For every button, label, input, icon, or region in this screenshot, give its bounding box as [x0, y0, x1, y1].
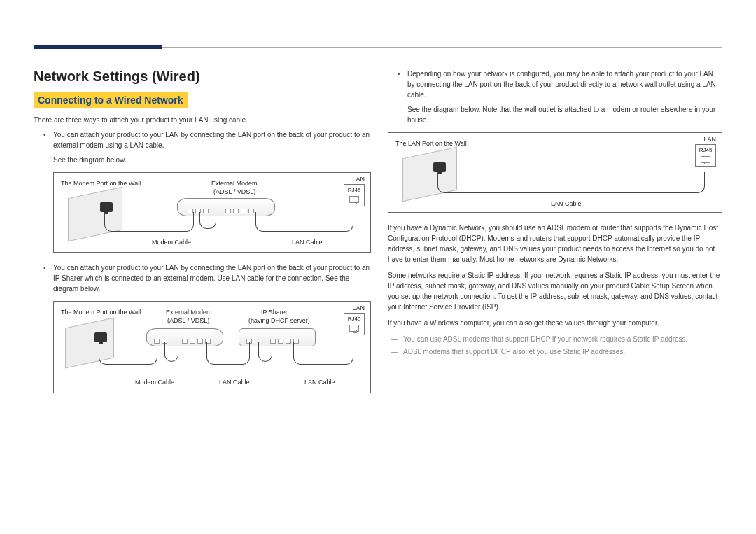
rj45-jack-icon — [701, 156, 710, 163]
method-list-2: You can attach your product to your LAN … — [34, 262, 371, 294]
d1-cable-right: LAN Cable — [292, 239, 323, 246]
d2-modem-label1: External Modem — [166, 309, 212, 316]
windows-para: If you have a Windows computer, you can … — [388, 318, 722, 328]
method-item-1: You can attach your product to your LAN … — [34, 129, 371, 150]
d3-cable: LAN Cable — [551, 200, 582, 207]
d3-lan-label: LAN — [704, 136, 716, 143]
wall-port-icon — [100, 202, 113, 212]
d1-modem-label1: External Modem — [211, 180, 258, 187]
cable-icon — [438, 172, 705, 193]
cable-icon — [99, 342, 158, 365]
d2-lan-label: LAN — [352, 304, 365, 311]
d1-rj45-label: RJ45 — [344, 187, 364, 194]
wall-port-icon — [94, 332, 107, 342]
left-column: Network Settings (Wired) Connecting to a… — [34, 69, 371, 403]
rj45-jack-icon — [349, 325, 359, 332]
d1-lan-label: LAN — [352, 176, 365, 183]
cable-icon — [258, 342, 272, 362]
lan-device-icon: RJ45 — [695, 144, 716, 167]
note-1: You can use ADSL modems that support DHC… — [388, 334, 722, 345]
static-ip-para: Some networks require a Static IP addres… — [388, 270, 722, 312]
method-1-sub: See the diagram below. — [34, 155, 371, 165]
rj45-jack-icon — [349, 196, 359, 203]
content-columns: Network Settings (Wired) Connecting to a… — [34, 0, 722, 403]
header-accent — [34, 45, 162, 49]
d2-cable-mid: LAN Cable — [219, 379, 250, 386]
method-3-sub: See the diagram below. Note that the wal… — [388, 104, 722, 125]
header-rule — [162, 47, 722, 48]
diagram-modem-direct: The Modem Port on the Wall External Mode… — [53, 172, 371, 253]
d2-rj45-label: RJ45 — [344, 316, 364, 323]
d3-rj45-label: RJ45 — [696, 147, 715, 154]
cable-icon — [200, 212, 216, 229]
method-2-text: You can attach your product to your LAN … — [53, 264, 370, 293]
method-1-text: You can attach your product to your LAN … — [53, 131, 370, 149]
lan-device-icon: RJ45 — [344, 184, 365, 206]
intro-text: There are three ways to attach your prod… — [34, 115, 371, 125]
page-title: Network Settings (Wired) — [34, 69, 371, 85]
wall-port-icon — [433, 162, 446, 172]
note-2: ADSL modems that support DHCP also let y… — [388, 346, 722, 358]
right-column: Depending on how your network is configu… — [388, 69, 722, 403]
d2-sharer-label1: IP Sharer — [261, 309, 288, 316]
method-list-3: Depending on how your network is configu… — [388, 69, 722, 100]
d1-modem-label2: (ADSL / VDSL) — [214, 188, 255, 195]
method-item-2: You can attach your product to your LAN … — [34, 262, 371, 294]
section-heading: Connecting to a Wired Network — [34, 92, 188, 108]
cable-icon — [293, 342, 354, 365]
lan-device-icon: RJ45 — [344, 313, 365, 335]
method-3-text: Depending on how your network is configu… — [407, 70, 716, 99]
d2-cable-left: Modem Cable — [135, 379, 174, 386]
method-list: You can attach your product to your LAN … — [34, 129, 371, 150]
cable-icon — [104, 212, 194, 232]
d2-wall-label: The Modem Port on the Wall — [61, 309, 141, 316]
d2-cable-right: LAN Cable — [304, 379, 335, 386]
cable-icon — [206, 342, 250, 365]
d2-sharer-label2: (having DHCP server) — [248, 317, 310, 324]
cable-icon — [255, 212, 354, 232]
d3-wall-label: The LAN Port on the Wall — [396, 140, 467, 147]
method-item-3: Depending on how your network is configu… — [388, 69, 722, 100]
diagram-wall-direct: The LAN Port on the Wall LAN RJ45 LAN Ca… — [388, 132, 722, 213]
cable-icon — [164, 342, 178, 362]
dynamic-network-para: If you have a Dynamic Network, you shoul… — [388, 223, 722, 265]
diagram-ip-sharer: The Modem Port on the Wall External Mode… — [53, 301, 371, 393]
d1-wall-label: The Modem Port on the Wall — [61, 180, 141, 187]
d1-cable-left: Modem Cable — [152, 239, 191, 246]
d2-modem-label2: (ADSL / VDSL) — [167, 317, 209, 324]
